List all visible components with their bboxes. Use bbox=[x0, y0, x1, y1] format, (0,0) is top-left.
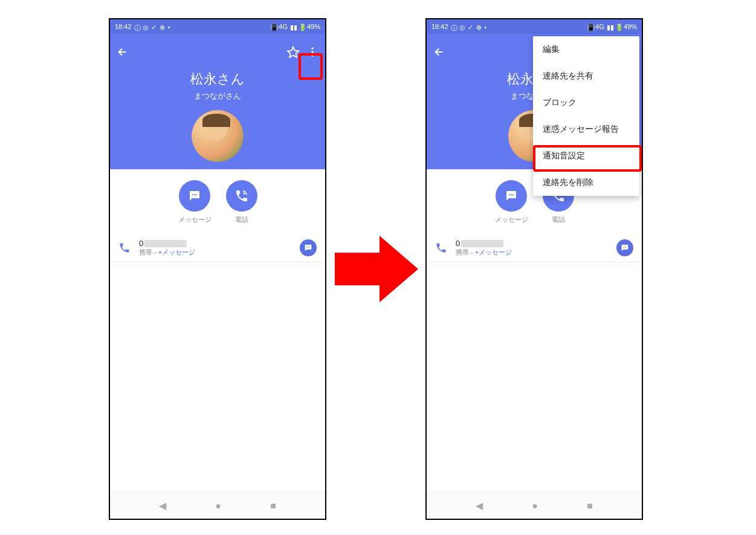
phone-carrier: 携帯 - bbox=[456, 248, 475, 256]
row-message-icon[interactable] bbox=[616, 239, 633, 256]
phone-number-row[interactable]: 0 携帯 - +メッセージ bbox=[427, 229, 642, 262]
status-icon: ⊕ bbox=[160, 24, 166, 30]
status-icon: ⓘ bbox=[134, 24, 140, 30]
svg-point-9 bbox=[309, 247, 309, 247]
svg-point-15 bbox=[625, 247, 626, 247]
nav-bar: ◀ ● ■ bbox=[110, 492, 325, 519]
phone-app: +メッセージ bbox=[158, 248, 195, 256]
status-network: 4G bbox=[279, 23, 288, 30]
nav-home[interactable]: ● bbox=[215, 501, 221, 511]
call-action[interactable]: 電話 bbox=[226, 180, 257, 224]
svg-point-8 bbox=[308, 247, 308, 247]
avatar[interactable] bbox=[192, 110, 244, 162]
menu-block[interactable]: ブロック bbox=[533, 89, 639, 116]
svg-point-6 bbox=[196, 194, 197, 195]
nav-home[interactable]: ● bbox=[532, 501, 538, 511]
status-icon: ✓ bbox=[151, 24, 157, 30]
menu-report-spam[interactable]: 迷惑メッセージ報告 bbox=[533, 116, 639, 143]
phone-num-prefix: 0 bbox=[456, 239, 460, 248]
phone-num-prefix: 0 bbox=[139, 239, 143, 248]
instruction-arrow bbox=[335, 236, 419, 302]
status-bar: 18:42 ⓘ ◎ ✓ ⊕ • 📳 4G ▮▮ 🔋 49% bbox=[110, 19, 325, 34]
phone-app: +メッセージ bbox=[475, 248, 512, 256]
overflow-menu: 編集 連絡先を共有 ブロック 迷惑メッセージ報告 通知音設定 連絡先を削除 bbox=[533, 36, 639, 196]
phone-icon bbox=[226, 180, 257, 212]
call-label: 電話 bbox=[226, 215, 257, 224]
status-icon: ◎ bbox=[143, 24, 149, 30]
status-time: 18:42 bbox=[115, 23, 132, 30]
svg-marker-0 bbox=[288, 47, 299, 57]
contact-body: メッセージ 電話 0 携帯 - +メッセージ bbox=[110, 169, 325, 262]
back-button[interactable] bbox=[116, 45, 129, 59]
nav-back[interactable]: ◀ bbox=[159, 500, 166, 511]
vibrate-icon: 📳 bbox=[270, 24, 276, 30]
status-icon: ⓘ bbox=[451, 24, 457, 30]
phone-carrier: 携帯 - bbox=[139, 248, 158, 256]
menu-edit[interactable]: 編集 bbox=[533, 36, 639, 63]
vibrate-icon: 📳 bbox=[587, 24, 593, 30]
status-icon: • bbox=[168, 24, 174, 30]
signal-icon: ▮▮ bbox=[290, 24, 296, 30]
status-time: 18:42 bbox=[431, 23, 448, 30]
status-icon: • bbox=[485, 24, 491, 30]
svg-point-14 bbox=[624, 247, 625, 247]
message-action[interactable]: メッセージ bbox=[178, 180, 212, 224]
phone-row-icon bbox=[118, 242, 131, 254]
battery-icon: 🔋 bbox=[615, 24, 621, 30]
highlight-more-button bbox=[299, 53, 323, 80]
nav-recent[interactable]: ■ bbox=[270, 501, 276, 511]
status-icon: ✓ bbox=[468, 24, 474, 30]
status-icon: ◎ bbox=[459, 24, 465, 30]
status-battery: 49% bbox=[307, 23, 320, 30]
svg-point-10 bbox=[509, 194, 510, 195]
message-label: メッセージ bbox=[178, 215, 212, 224]
row-message-icon[interactable] bbox=[300, 239, 317, 256]
phone-num-masked bbox=[144, 240, 187, 247]
message-label: メッセージ bbox=[495, 215, 528, 224]
phone-row-icon bbox=[435, 242, 447, 254]
svg-point-5 bbox=[194, 194, 195, 195]
svg-point-4 bbox=[192, 194, 193, 195]
highlight-notification-sound bbox=[533, 145, 642, 172]
svg-point-1 bbox=[311, 47, 313, 49]
contact-header: 松永さん まつながさん bbox=[110, 34, 325, 192]
contact-name: 松永さん bbox=[110, 70, 325, 88]
nav-recent[interactable]: ■ bbox=[587, 501, 593, 511]
star-button[interactable] bbox=[286, 45, 300, 59]
svg-point-12 bbox=[512, 194, 514, 195]
svg-point-7 bbox=[306, 247, 307, 247]
contact-furigana: まつながさん bbox=[110, 91, 325, 102]
call-label: 電話 bbox=[543, 215, 574, 224]
menu-delete[interactable]: 連絡先を削除 bbox=[533, 169, 639, 196]
phone-num-masked bbox=[461, 240, 503, 247]
signal-icon: ▮▮ bbox=[607, 24, 613, 30]
svg-point-11 bbox=[511, 194, 512, 195]
status-icon: ⊕ bbox=[476, 24, 482, 30]
nav-back[interactable]: ◀ bbox=[476, 500, 483, 511]
status-bar: 18:42 ⓘ ◎ ✓ ⊕ • 📳 4G ▮▮ 🔋 49% bbox=[427, 19, 642, 34]
phone-right: 18:42 ⓘ ◎ ✓ ⊕ • 📳 4G ▮▮ 🔋 49% 松永さん まつながさ… bbox=[425, 18, 643, 520]
phone-number-row[interactable]: 0 携帯 - +メッセージ bbox=[110, 229, 325, 262]
status-network: 4G bbox=[595, 23, 604, 30]
phone-left: 18:42 ⓘ ◎ ✓ ⊕ • 📳 4G ▮▮ 🔋 49% bbox=[109, 18, 326, 520]
battery-icon: 🔋 bbox=[299, 24, 305, 30]
message-icon bbox=[496, 180, 527, 212]
menu-share[interactable]: 連絡先を共有 bbox=[533, 63, 639, 89]
message-action[interactable]: メッセージ bbox=[495, 180, 528, 224]
nav-bar: ◀ ● ■ bbox=[427, 492, 642, 519]
status-battery: 49% bbox=[624, 23, 637, 30]
back-button[interactable] bbox=[433, 45, 446, 59]
message-icon bbox=[179, 180, 210, 212]
svg-point-13 bbox=[623, 247, 624, 247]
